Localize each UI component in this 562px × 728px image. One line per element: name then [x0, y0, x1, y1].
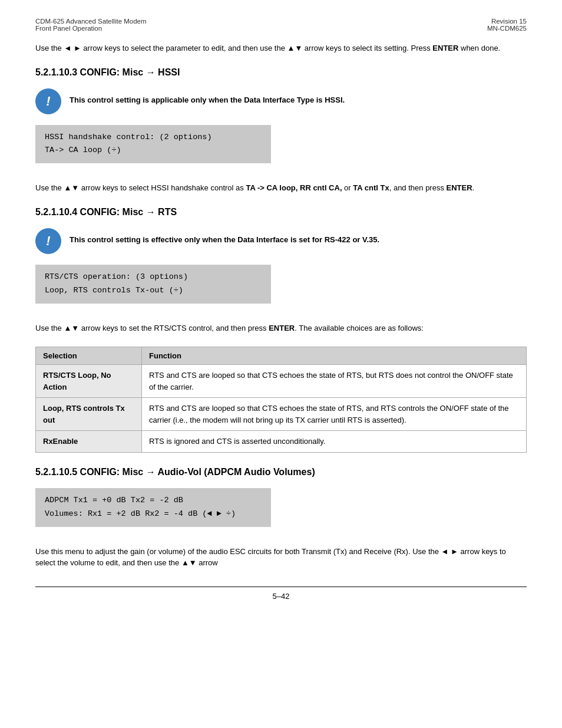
note-icon-symbol-104: ! [46, 235, 50, 248]
rts-table: Selection Function RTS/CTS Loop, No Acti… [35, 347, 527, 453]
header-right: Revision 15 MN-CDM625 [487, 18, 527, 32]
table-header-row: Selection Function [36, 347, 527, 365]
row3-selection: RxEnable [36, 431, 142, 453]
table-body: RTS/CTS Loop, No Action RTS and CTS are … [36, 365, 527, 453]
section-105-body: Use this menu to adjust the gain (or vol… [35, 546, 527, 569]
page-number: 5–42 [273, 592, 290, 601]
section-104: 5.2.1.10.4 CONFIG: Misc → RTS ! This con… [35, 207, 527, 453]
header-revision: Revision 15 [487, 18, 527, 25]
section-103-code: HSSI handshake control: (2 options) TA->… [35, 125, 271, 164]
note-icon-symbol: ! [46, 95, 50, 108]
section-105: 5.2.1.10.5 CONFIG: Misc → Audio-Vol (ADP… [35, 467, 527, 569]
code-line-3: RTS/CTS operation: (3 options) [45, 271, 262, 284]
section-103-note-box: ! This control setting is applicable onl… [35, 88, 527, 114]
col-header-function: Function [142, 347, 527, 365]
row2-selection: Loop, RTS controls Tx out [36, 398, 142, 431]
section-105-code: ADPCM Tx1 = +0 dB Tx2 = -2 dB Volumes: R… [35, 488, 271, 527]
section-105-heading: 5.2.1.10.5 CONFIG: Misc → Audio-Vol (ADP… [35, 467, 527, 477]
section-104-heading: 5.2.1.10.4 CONFIG: Misc → RTS [35, 207, 527, 218]
header-doc-num: MN-CDM625 [487, 25, 527, 32]
table-header: Selection Function [36, 347, 527, 365]
header-subtitle: Front Panel Operation [35, 25, 147, 32]
page-header: CDM-625 Advanced Satellite Modem Front P… [35, 18, 527, 32]
col-header-selection: Selection [36, 347, 142, 365]
section-104-code: RTS/CTS operation: (3 options) Loop, RTS… [35, 265, 271, 304]
section-104-note-box: ! This control setting is effective only… [35, 228, 527, 254]
section-104-body: Use the ▲▼ arrow keys to set the RTS/CTS… [35, 322, 527, 334]
header-title: CDM-625 Advanced Satellite Modem [35, 18, 147, 25]
section-103-heading: 5.2.1.10.3 CONFIG: Misc → HSSI [35, 67, 527, 78]
code-line-1: HSSI handshake control: (2 options) [45, 131, 262, 144]
table-row: Loop, RTS controls Tx out RTS and CTS ar… [36, 398, 527, 431]
table-row: RxEnable RTS is ignored and CTS is asser… [36, 431, 527, 453]
table-row: RTS/CTS Loop, No Action RTS and CTS are … [36, 365, 527, 398]
section-103: 5.2.1.10.3 CONFIG: Misc → HSSI ! This co… [35, 67, 527, 194]
row2-function: RTS and CTS are looped so that CTS echoe… [142, 398, 527, 431]
header-left: CDM-625 Advanced Satellite Modem Front P… [35, 18, 147, 32]
note-icon-104: ! [35, 228, 61, 254]
code-line-2: TA-> CA loop (÷) [45, 144, 262, 157]
page: CDM-625 Advanced Satellite Modem Front P… [0, 0, 562, 728]
section-104-note-text: This control setting is effective only w… [70, 228, 379, 246]
page-footer: 5–42 [35, 587, 527, 601]
selection-table: Selection Function RTS/CTS Loop, No Acti… [35, 347, 527, 453]
code-line-5: ADPCM Tx1 = +0 dB Tx2 = -2 dB [45, 494, 262, 508]
code-line-6: Volumes: Rx1 = +2 dB Rx2 = -4 dB (◄ ► ÷) [45, 508, 262, 521]
row1-selection: RTS/CTS Loop, No Action [36, 365, 142, 398]
code-line-4: Loop, RTS controls Tx-out (÷) [45, 284, 262, 298]
row3-function: RTS is ignored and CTS is asserted uncon… [142, 431, 527, 453]
note-icon-103: ! [35, 88, 61, 114]
row1-function: RTS and CTS are looped so that CTS echoe… [142, 365, 527, 398]
intro-text: Use the ◄ ► arrow keys to select the par… [35, 42, 527, 54]
section-103-note-text: This control setting is applicable only … [70, 88, 345, 106]
section-103-body: Use the ▲▼ arrow keys to select HSSI han… [35, 182, 527, 194]
